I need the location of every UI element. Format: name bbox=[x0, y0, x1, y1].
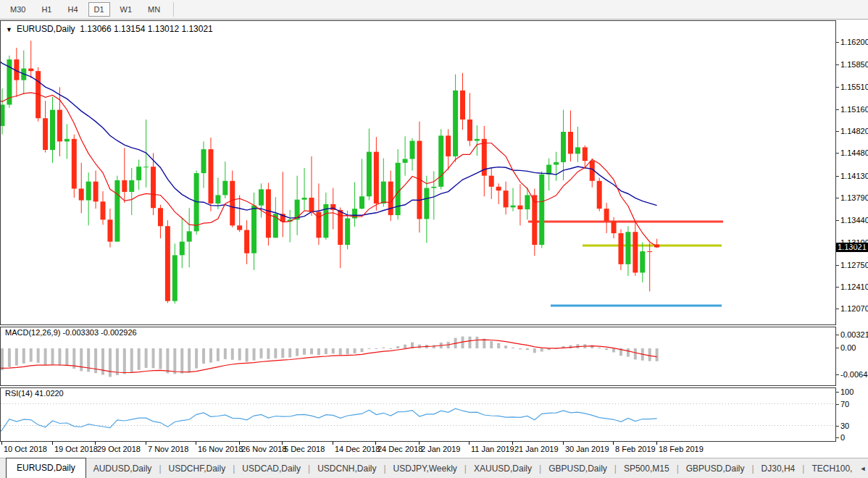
price-axis-tick bbox=[836, 176, 839, 177]
price-axis-label: 1.15510 bbox=[840, 83, 868, 91]
main-chart-svg[interactable] bbox=[1, 21, 835, 324]
price-axis-tick bbox=[836, 287, 839, 288]
rsi-panel[interactable] bbox=[0, 387, 836, 442]
macd-bar bbox=[130, 348, 133, 372]
macd-bar bbox=[15, 348, 18, 366]
rsi-svg[interactable] bbox=[1, 388, 835, 441]
tab-usdjpy-weekly[interactable]: USDJPY,Weekly bbox=[386, 461, 464, 477]
date-tick bbox=[146, 442, 146, 445]
chart-dropdown-icon[interactable]: ▼ bbox=[6, 26, 12, 33]
macd-bar bbox=[382, 348, 385, 348]
macd-bar bbox=[259, 348, 262, 358]
macd-bar bbox=[346, 348, 349, 354]
macd-bar bbox=[526, 348, 529, 350]
macd-bar bbox=[138, 348, 141, 370]
candle-body bbox=[575, 147, 580, 154]
macd-bar bbox=[533, 348, 536, 353]
timeframe-button-h1[interactable]: H1 bbox=[36, 2, 57, 17]
mt4-window: M30H1H4D1W1MN ▼EURUSD,Daily 1.13066 1.13… bbox=[0, 0, 868, 478]
candle-body bbox=[50, 110, 55, 150]
date-label: 30 Jan 2019 bbox=[565, 445, 609, 453]
tab-dj30-h4[interactable]: DJ30,H4 bbox=[754, 461, 803, 477]
timeframe-button-mn[interactable]: MN bbox=[142, 2, 166, 17]
tab-xauusd-daily[interactable]: XAUUSD,Daily bbox=[467, 461, 539, 477]
chart-tab-bar: EURUSD,DailyAUDUSD,Daily|USDCHF,Daily|US… bbox=[0, 458, 868, 478]
tab-usdchf-daily[interactable]: USDCHF,Daily bbox=[162, 461, 233, 477]
date-tick bbox=[52, 442, 53, 445]
candle-body bbox=[180, 242, 185, 256]
macd-bar bbox=[116, 348, 119, 375]
price-axis-label: 1.16200 bbox=[840, 38, 868, 46]
tab-sp500-m15[interactable]: SP500,M15 bbox=[617, 461, 677, 477]
macd-bar bbox=[627, 348, 630, 357]
timeframe-button-m30[interactable]: M30 bbox=[4, 2, 31, 17]
price-axis-tick bbox=[836, 265, 839, 266]
tab-scroll-left-icon[interactable]: ◄ bbox=[859, 465, 868, 472]
candle-body bbox=[251, 206, 256, 253]
macd-bar bbox=[605, 348, 608, 350]
macd-bar bbox=[159, 348, 162, 369]
tab-eurusd-daily[interactable]: EURUSD,Daily bbox=[6, 458, 86, 478]
rsi-axis-label: 100 bbox=[840, 387, 854, 396]
date-label: 19 Oct 2018 bbox=[54, 445, 98, 453]
price-axis-label: 1.15160 bbox=[840, 105, 868, 114]
candle-body bbox=[525, 195, 530, 209]
date-tick bbox=[563, 442, 564, 445]
macd-bar bbox=[375, 348, 377, 349]
macd-axis-label: 0.003216 bbox=[840, 330, 868, 339]
timeframe-button-h4[interactable]: H4 bbox=[62, 2, 83, 17]
tab-gbpusd-daily[interactable]: GBPUSD,Daily bbox=[679, 461, 752, 477]
macd-bar bbox=[497, 343, 500, 348]
candle-body bbox=[467, 120, 472, 141]
macd-bar bbox=[267, 348, 270, 359]
macd-axis-tick bbox=[836, 348, 839, 348]
tab-usdcad-daily[interactable]: USDCAD,Daily bbox=[235, 461, 308, 477]
price-axis-tick bbox=[836, 131, 839, 132]
candle-body bbox=[295, 200, 300, 220]
candle-body bbox=[511, 206, 516, 208]
candle-body bbox=[143, 167, 149, 167]
price-axis-column: 1.13021 1.162001.158501.155101.151601.14… bbox=[836, 20, 868, 458]
macd-bar bbox=[123, 348, 126, 374]
candle-body bbox=[86, 182, 91, 201]
macd-bar bbox=[246, 348, 249, 362]
candle-body bbox=[43, 118, 48, 150]
candle-body bbox=[187, 231, 192, 241]
macd-bar bbox=[202, 348, 205, 364]
candle-body bbox=[604, 209, 609, 221]
timeframe-button-d1[interactable]: D1 bbox=[88, 2, 110, 17]
tab-gbpusd-daily[interactable]: GBPUSD,Daily bbox=[541, 461, 614, 477]
candle-body bbox=[208, 149, 213, 204]
candle-body bbox=[374, 152, 379, 204]
main-chart-panel[interactable] bbox=[0, 20, 836, 325]
candle-body bbox=[122, 180, 127, 192]
candle-body bbox=[647, 251, 652, 252]
macd-bar bbox=[504, 345, 507, 348]
candle-body bbox=[158, 208, 163, 226]
price-axis-label: 1.12750 bbox=[840, 261, 868, 269]
tab-tech100[interactable]: TECH100, bbox=[804, 461, 859, 477]
timeframe-button-w1[interactable]: W1 bbox=[114, 2, 138, 17]
candle-body bbox=[136, 167, 141, 180]
macd-bar bbox=[37, 348, 40, 363]
candle-body bbox=[367, 152, 372, 197]
tab-usdcnh-daily[interactable]: USDCNH,Daily bbox=[310, 461, 383, 477]
macd-bar bbox=[217, 348, 220, 361]
price-axis-tick bbox=[836, 243, 839, 243]
candle-body bbox=[114, 180, 120, 242]
price-axis-label: 1.12070 bbox=[840, 304, 868, 313]
date-tick bbox=[613, 442, 614, 445]
date-label: 7 Nov 2018 bbox=[148, 445, 188, 453]
candle-body bbox=[381, 182, 386, 204]
rsi-axis-tick bbox=[836, 437, 839, 438]
macd-signal-line bbox=[1, 340, 657, 372]
price-axis-tick bbox=[836, 42, 839, 43]
date-tick bbox=[196, 442, 196, 445]
macd-bar bbox=[238, 348, 241, 361]
date-tick bbox=[282, 442, 283, 445]
macd-bar bbox=[58, 348, 61, 366]
macd-bar bbox=[253, 348, 256, 361]
price-axis-label: 1.12410 bbox=[840, 282, 868, 291]
macd-axis-label: -0.006485 bbox=[840, 370, 868, 379]
tab-audusd-daily[interactable]: AUDUSD,Daily bbox=[86, 461, 159, 477]
